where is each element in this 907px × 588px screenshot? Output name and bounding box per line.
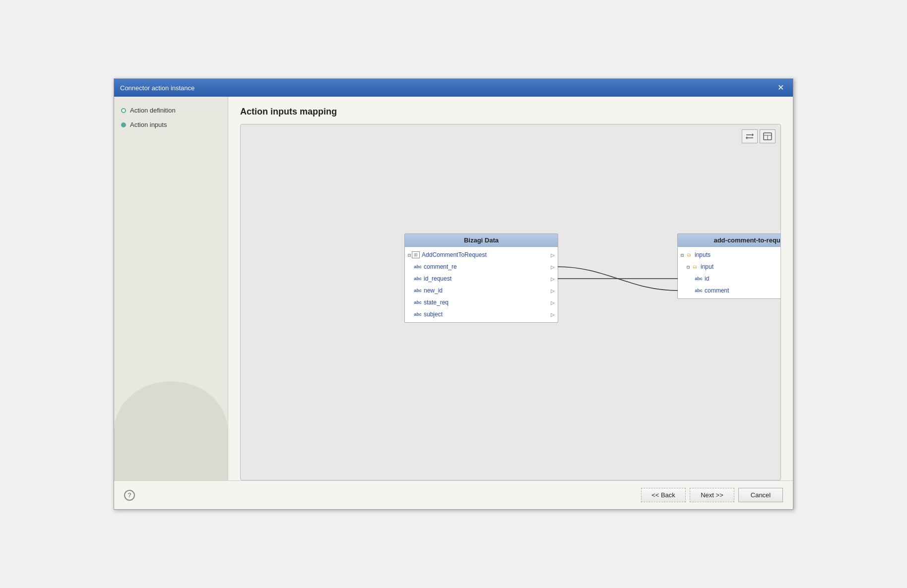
arrow-right: ▷ <box>551 300 555 305</box>
bizagi-data-header: Bizagi Data <box>405 234 558 247</box>
abc-icon: abc <box>414 263 422 270</box>
node-label: inputs <box>695 251 711 258</box>
node-label: id <box>705 275 709 282</box>
tree-row: ⊟ ⊞ AddCommentToRequest ▷ <box>405 249 558 261</box>
sidebar: Action definition Action inputs <box>114 97 228 480</box>
node-label: AddCommentToRequest <box>422 251 487 258</box>
arrow-right: ▷ <box>551 288 555 294</box>
arrow-right-comment: ▷ <box>551 264 555 270</box>
node-label: comment_re <box>424 263 457 270</box>
sidebar-label-action-inputs: Action inputs <box>130 121 167 128</box>
connector-header: add-comment-to-request <box>678 234 781 247</box>
expand-icon[interactable]: ⊟ <box>681 252 684 258</box>
next-button[interactable]: Next >> <box>690 488 734 502</box>
node-label: id_request <box>424 275 452 282</box>
folder-icon: 🗂 <box>685 251 693 258</box>
node-label: state_req <box>424 299 449 306</box>
folder-icon: 🗂 <box>691 263 699 270</box>
abc-icon: abc <box>414 311 422 318</box>
close-button[interactable]: ✕ <box>775 83 787 93</box>
tree-row: abc comment_re ▷ <box>405 261 558 273</box>
arrow-right-id: ▷ <box>551 276 555 282</box>
bizagi-data-box: Bizagi Data ⊟ ⊞ AddCommentToRequest ▷ <box>404 234 558 323</box>
footer: ? << Back Next >> Cancel <box>114 480 793 509</box>
sidebar-background-shape <box>114 381 228 480</box>
expand-icon[interactable]: ⊟ <box>408 252 411 258</box>
tree-row: abc id <box>678 273 781 285</box>
main-content: Action inputs mapping Bizagi Data <box>228 97 793 480</box>
dialog-title: Connector action instance <box>120 84 194 92</box>
tree-row: abc comment <box>678 285 781 296</box>
abc-icon: abc <box>414 275 422 282</box>
footer-buttons: << Back Next >> Cancel <box>641 488 783 502</box>
connector-box: add-comment-to-request ⊟ 🗂 inputs ⊟ <box>677 234 781 299</box>
node-label: new_id <box>424 287 443 294</box>
sidebar-label-action-definition: Action definition <box>130 107 176 114</box>
tree-row: ⊟ 🗂 input <box>678 261 781 273</box>
arrow-right: ▷ <box>551 252 555 258</box>
canvas: Bizagi Data ⊟ ⊞ AddCommentToRequest ▷ <box>241 124 780 480</box>
expand-icon[interactable]: ⊟ <box>687 264 690 270</box>
dialog: Connector action instance ✕ Action defin… <box>114 78 793 510</box>
sidebar-item-action-inputs[interactable]: Action inputs <box>121 121 221 128</box>
abc-icon: abc <box>414 287 422 294</box>
connector-body: ⊟ 🗂 inputs ⊟ 🗂 input <box>678 247 781 298</box>
help-button[interactable]: ? <box>124 490 135 501</box>
node-label: input <box>701 263 713 270</box>
page-title: Action inputs mapping <box>240 107 781 117</box>
sidebar-dot-action-inputs <box>121 122 126 127</box>
table-icon: ⊞ <box>412 251 420 258</box>
tree-row: ⊟ 🗂 inputs <box>678 249 781 261</box>
tree-row: abc subject ▷ <box>405 308 558 320</box>
abc-icon: abc <box>695 287 703 294</box>
content-area: Action definition Action inputs Action i… <box>114 97 793 480</box>
mapping-area: Bizagi Data ⊟ ⊞ AddCommentToRequest ▷ <box>240 124 781 480</box>
bizagi-data-body: ⊟ ⊞ AddCommentToRequest ▷ abc comment_re… <box>405 247 558 322</box>
tree-row: abc id_request ▷ <box>405 273 558 285</box>
back-button[interactable]: << Back <box>641 488 686 502</box>
tree-row: abc new_id ▷ <box>405 285 558 296</box>
cancel-button[interactable]: Cancel <box>738 488 783 502</box>
node-label: subject <box>424 311 443 318</box>
tree-row: abc state_req ▷ <box>405 296 558 308</box>
sidebar-item-action-definition[interactable]: Action definition <box>121 107 221 114</box>
arrow-right: ▷ <box>551 312 555 317</box>
node-label: comment <box>705 287 729 294</box>
abc-icon: abc <box>414 299 422 306</box>
title-bar: Connector action instance ✕ <box>114 79 793 97</box>
sidebar-dot-action-definition <box>121 108 126 113</box>
abc-icon: abc <box>695 275 703 282</box>
